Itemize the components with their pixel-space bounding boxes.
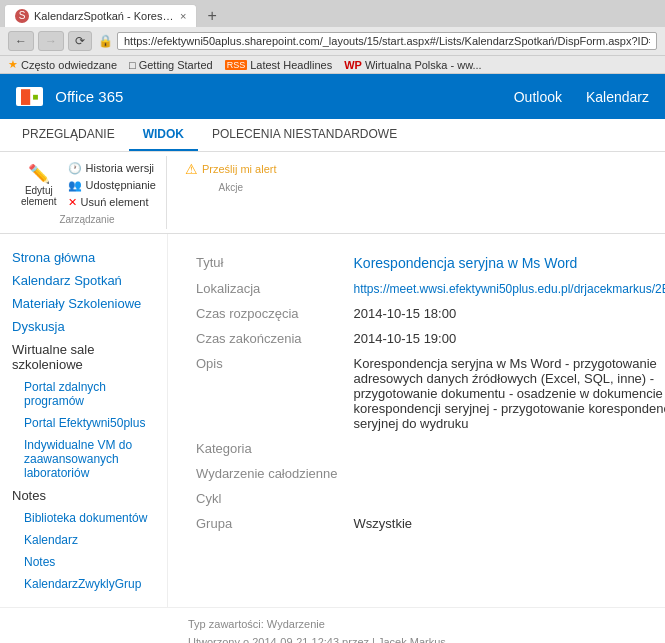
udostepnianie-label: Udostępnianie [86,179,156,191]
address-bar[interactable] [117,32,657,50]
value-opis: Korespondencja seryjna w Ms Word - przyg… [346,351,665,436]
type-label: Typ zawartości: [188,618,267,630]
ribbon-tabs: PRZEGLĄDANIE WIDOK POLECENIA NIESTANDARD… [0,119,665,152]
value-kategoria [346,436,665,461]
alert-icon: ⚠ [185,161,198,177]
label-wydarzenie: Wydarzenie całodzienne [188,461,346,486]
label-cykl: Cykl [188,486,346,511]
sidebar-item-portal-zdalnych[interactable]: Portal zdalnych programów [12,376,167,412]
sidebar-item-wirtualne-sale: Wirtualne sale szkoleniowe [12,338,167,376]
detail-area: Tytuł Korespondencja seryjna w Ms Word L… [168,234,665,607]
rss-icon: RSS [225,60,248,70]
tab-title: KalendarzSpotkań - Korespond... × [34,10,174,22]
label-tytul: Tytuł [188,250,346,276]
page-icon: □ [129,59,136,71]
browser-chrome: S KalendarzSpotkań - Korespond... × × + … [0,0,665,74]
sidebar-item-kalendarz-spotkan[interactable]: Kalendarz Spotkań [12,269,167,292]
outlook-link[interactable]: Outlook [514,89,562,105]
historia-label: Historia wersji [86,162,154,174]
main-content: Strona główna Kalendarz Spotkań Materiał… [0,234,665,607]
type-value: Wydarzenie [267,618,325,630]
bookmark-often[interactable]: ★ Często odwiedzane [8,58,117,71]
sidebar-item-biblioteka[interactable]: Biblioteka dokumentów [12,507,167,529]
label-grupa: Grupa [188,511,346,536]
o365-app-name: Office 365 [55,88,123,105]
table-row: Grupa Wszystkie [188,511,665,536]
o365-logo-icon: █■ [16,87,43,106]
label-czas-rozp: Czas rozpoczęcia [188,301,346,326]
active-tab[interactable]: S KalendarzSpotkań - Korespond... × × [4,4,197,27]
tab-widok[interactable]: WIDOK [129,119,198,151]
value-wydarzenie [346,461,665,486]
address-bar-row: ← → ⟳ 🔒 [0,27,665,55]
o365-navbar: █■ Office 365 Outlook Kalendarz [0,74,665,119]
sidebar-item-materialy[interactable]: Materiały Szkoleniowe [12,292,167,315]
sidebar-item-kalendarzgrup[interactable]: KalendarzZwyklyGrup [12,573,167,595]
bookmark-wirtualna-polska[interactable]: WP Wirtualna Polska - ww... [344,59,482,71]
sidebar-item-notes[interactable]: Notes [12,551,167,573]
star-icon: ★ [8,58,18,71]
ribbon: PRZEGLĄDANIE WIDOK POLECENIA NIESTANDARD… [0,119,665,234]
table-row: Czas zakończenia 2014-10-15 19:00 [188,326,665,351]
back-button[interactable]: ← [8,31,34,51]
ribbon-group-akcje: ⚠ Prześlij mi alert Akcje [175,156,287,197]
lock-icon: 🔒 [98,34,113,48]
tab-przegladanie[interactable]: PRZEGLĄDANIE [8,119,129,151]
historia-wersji-button[interactable]: 🕐 Historia wersji [66,161,158,176]
ribbon-items-zarzadzanie: ✏️ Edytujelement 🕐 Historia wersji 👥 Udo… [16,160,158,210]
value-czas-rozp: 2014-10-15 18:00 [346,301,665,326]
label-czas-zak: Czas zakończenia [188,326,346,351]
sidebar-item-portal-efektywni[interactable]: Portal Efektywni50plus [12,412,167,434]
ribbon-sub-items: 🕐 Historia wersji 👥 Udostępnianie ✕ Usuń… [66,161,158,210]
o365-nav-links: Outlook Kalendarz [514,89,649,105]
edytuj-element-button[interactable]: ✏️ Edytujelement [16,160,62,210]
o365-logo: █■ Office 365 [16,87,123,106]
alert-label: Prześlij mi alert [202,163,277,175]
tab-close-button[interactable]: × [180,10,186,22]
table-row: Kategoria [188,436,665,461]
forward-button[interactable]: → [38,31,64,51]
created-label: Utworzony o 2014-09-21 12:43 przez | [188,636,378,643]
detail-table: Tytuł Korespondencja seryjna w Ms Word L… [188,250,665,536]
history-icon: 🕐 [68,162,82,175]
bookmark-label: Latest Headlines [250,59,332,71]
footer-info: Typ zawartości: Wydarzenie Utworzony o 2… [188,616,507,643]
created-by: Jacek Markus [378,636,446,643]
new-tab-button[interactable]: + [201,5,222,27]
sidebar-item-dyskusja[interactable]: Dyskusja [12,315,167,338]
lokalizacja-link[interactable]: https://meet.wwsi.efektywni50plus.edu.pl… [354,282,665,296]
bookmark-label: Często odwiedzane [21,59,117,71]
refresh-button[interactable]: ⟳ [68,31,92,51]
value-cykl [346,486,665,511]
value-tytul: Korespondencja seryjna w Ms Word [346,250,665,276]
footer-created: Utworzony o 2014-09-21 12:43 przez | Jac… [188,634,507,643]
zarzadzanie-label: Zarządzanie [59,214,114,225]
label-opis: Opis [188,351,346,436]
ribbon-items-akcje: ⚠ Prześlij mi alert [183,160,279,178]
table-row: Czas rozpoczęcia 2014-10-15 18:00 [188,301,665,326]
footer-type: Typ zawartości: Wydarzenie [188,616,507,634]
ribbon-group-zarzadzanie: ✏️ Edytujelement 🕐 Historia wersji 👥 Udo… [8,156,167,229]
table-row: Cykl [188,486,665,511]
table-row: Wydarzenie całodzienne [188,461,665,486]
tab-bar: S KalendarzSpotkań - Korespond... × × + [0,0,665,27]
sidebar-item-strona-glowna[interactable]: Strona główna [12,246,167,269]
bookmark-getting-started[interactable]: □ Getting Started [129,59,213,71]
table-row: Tytuł Korespondencja seryjna w Ms Word [188,250,665,276]
sidebar: Strona główna Kalendarz Spotkań Materiał… [0,234,168,607]
udostepnianie-button[interactable]: 👥 Udostępnianie [66,178,158,193]
usun-element-button[interactable]: ✕ Usuń element [66,195,158,210]
usun-label: Usuń element [81,196,149,208]
value-grupa: Wszystkie [346,511,665,536]
bookmark-latest-headlines[interactable]: RSS Latest Headlines [225,59,332,71]
akcje-label: Akcje [218,182,242,193]
sidebar-item-vm[interactable]: Indywidualne VM do zaawansowanych labora… [12,434,167,484]
table-row: Opis Korespondencja seryjna w Ms Word - … [188,351,665,436]
tab-favicon: S [15,9,29,23]
przeslij-alert-button[interactable]: ⚠ Prześlij mi alert [183,160,279,178]
footer-area: Typ zawartości: Wydarzenie Utworzony o 2… [0,607,665,643]
bookmark-label: Getting Started [139,59,213,71]
tab-polecenia[interactable]: POLECENIA NIESTANDARDOWE [198,119,411,151]
kalendarz-link[interactable]: Kalendarz [586,89,649,105]
sidebar-item-kalendarz[interactable]: Kalendarz [12,529,167,551]
